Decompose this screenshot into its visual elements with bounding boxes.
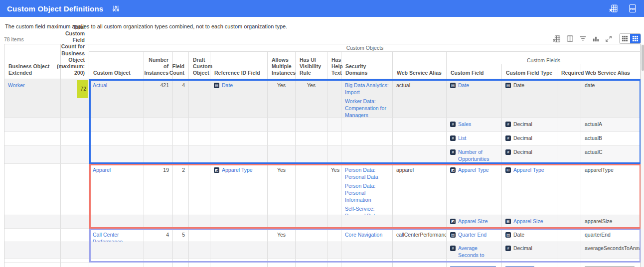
svg-text:PDF: PDF [630,7,636,10]
cf-ws-alias-value: quarterEnd [585,232,611,238]
column-header-custom-object[interactable]: Custom Object [89,52,144,79]
excel-export-icon[interactable] [553,35,561,43]
table-cell: 72 [61,79,89,118]
cf-ws-alias-value: apparelType [585,167,614,173]
reference-id-link[interactable]: Apparel Type [222,167,253,174]
table-cell [189,146,210,163]
column-header-security-domains[interactable]: Security Domains [341,52,393,79]
table-cell [210,132,268,145]
table-cell [4,215,61,228]
column-header-total-count[interactable]: Total Custom Field Count for Business Ob… [61,44,89,79]
reference-id-link[interactable]: Date [222,82,233,89]
scrollbar-thumb[interactable] [642,45,644,71]
custom-field-link[interactable]: Average Seconds to Answer (ASA) [458,245,498,258]
custom-field-link[interactable]: Apparel Type [458,167,489,174]
security-domain-link[interactable]: Self-Service: Personal Data [345,206,389,215]
table-cell [296,242,327,258]
table-cell [189,118,210,132]
column-header-instances[interactable]: Number of Instances [144,52,173,79]
custom-field-link[interactable]: Number of Opportunities [458,149,498,162]
security-domain-link[interactable]: Core Navigation [345,232,389,239]
table-cell: ▤Date [502,229,557,242]
column-header-field-count[interactable]: Field Count [173,52,189,79]
custom-field-type-link[interactable]: Apparel Type [513,167,544,174]
ws-alias-value: callCenterPerformance [396,232,447,238]
custom-field-type-link[interactable]: Apparel Size [513,218,543,225]
cf-ws-alias-value: date [585,82,595,88]
table-cell [89,242,144,258]
expand-icon[interactable] [605,35,612,42]
table-cell [61,242,89,258]
column-header-cf-ws-alias[interactable]: Web Service Alias [581,64,641,79]
ws-alias-value: apparel [396,167,414,173]
field-count-value: 2 [182,167,185,173]
table-cell: date [581,79,641,118]
column-header-reference-id[interactable]: Reference ID Field [210,52,268,79]
table-cell: 4 [144,229,173,242]
table-cell: Apparel [89,164,144,215]
table-cell: quarterEnd [581,229,641,242]
grid-expanded-toggle-icon[interactable] [630,34,641,43]
column-header-draft[interactable]: Draft Custom Object [189,52,210,79]
table-cell [4,263,61,267]
custom-field-link[interactable]: Quarter End [458,232,486,239]
custom-field-link[interactable]: List [458,135,466,142]
column-header-ui-rule[interactable]: Has UI Visibility Rule [296,52,327,79]
table-cell: Yes [268,79,296,118]
table-cell: apparelType [581,164,641,215]
table-cell [268,118,296,132]
table-cell [296,229,327,242]
column-header-required[interactable]: Required [557,64,581,79]
table-cell [210,146,268,163]
filter-icon[interactable] [579,35,587,42]
table-cell [393,146,447,163]
table-cell: #Decimal [502,146,557,163]
custom-object-link[interactable]: Apparel [93,167,111,174]
allows-multiple-value: Yes [277,167,286,173]
table-cell [4,229,61,242]
table-cell: 5 [173,229,189,242]
table-cell [89,146,144,163]
custom-field-link[interactable]: Sales [458,121,471,128]
sliders-settings-icon[interactable] [112,5,120,12]
table-cell [268,263,296,267]
table-cell [296,118,327,132]
table-cell: Big Data Analytics: Import Worker Data: … [341,79,393,118]
instance-field-icon: ◩ [450,219,456,224]
column-header-custom-field[interactable]: Custom Field [447,64,502,79]
security-domain-link[interactable]: Person Data: Personal Information [345,183,389,203]
custom-field-type-value: Decimal [513,135,532,142]
pdf-export-icon[interactable]: PDF [628,4,637,13]
table-cell [189,132,210,145]
table-cell [393,263,447,267]
table-cell [296,263,327,267]
instance-set-type-icon: ⊞ [505,219,511,224]
custom-object-link[interactable]: Actual [93,82,107,89]
excel-export-icon[interactable] [609,4,618,13]
security-domain-link[interactable]: Worker Data: Compensation for Managers [345,98,389,118]
table-cell [173,132,189,145]
column-header-help-text[interactable]: Has Help Text [327,52,341,79]
table-row: ◩Apparel Size ⊞Apparel Size apparelSize [4,215,640,229]
custom-field-link[interactable]: Date [458,82,469,89]
cf-ws-alias-value: actualB [585,135,602,141]
business-object-link[interactable]: Worker [8,82,25,89]
vertical-scrollbar[interactable] [641,44,644,267]
column-header-allows-multiple[interactable]: Allows Multiple Instances [268,52,296,79]
table-cell [296,215,327,228]
security-domain-link[interactable]: Person Data: Personal Data [345,167,389,180]
ui-rule-value: Yes [307,82,316,88]
custom-field-type-value: Decimal [513,245,532,252]
security-domain-link[interactable]: Big Data Analytics: Import [345,82,389,96]
table-cell: Worker [4,79,61,118]
column-header-ws-alias[interactable]: Web Service Alias [393,52,447,79]
table-cell [557,132,581,145]
custom-field-link[interactable]: Apparel Size [458,218,488,225]
grid-compact-toggle-icon[interactable] [620,34,630,43]
custom-object-link[interactable]: Call Center Performance [93,232,140,242]
column-header-custom-field-type[interactable]: Custom Field Type [502,64,557,79]
table-cell [268,132,296,145]
column-header-business-object[interactable]: Business Object Extended [4,44,61,79]
printable-view-icon[interactable] [566,35,574,42]
chart-icon[interactable] [592,35,600,42]
